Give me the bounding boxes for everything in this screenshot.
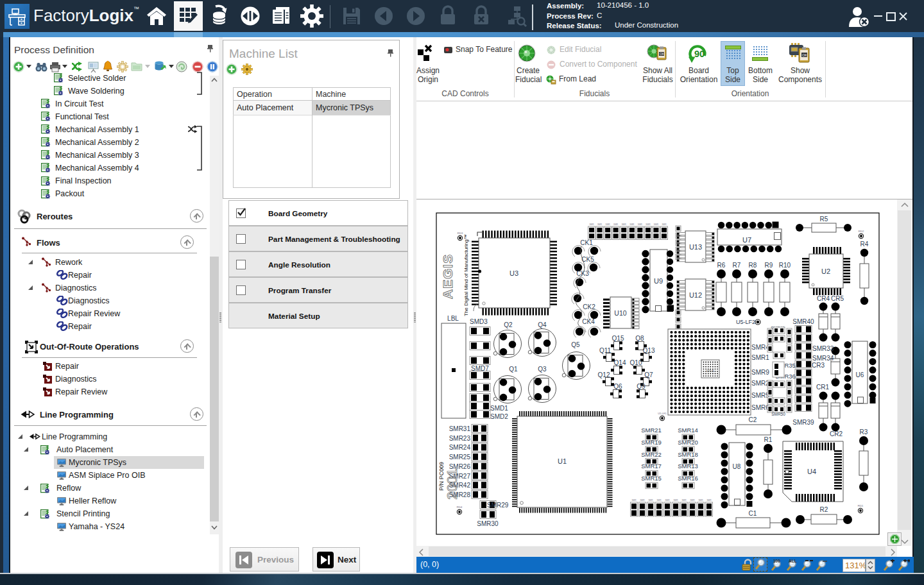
svg-text:SMR33: SMR33 (812, 345, 834, 352)
svg-text:SMR13: SMR13 (678, 462, 698, 470)
svg-text:SMD3: SMD3 (470, 318, 488, 325)
svg-text:Q13: Q13 (643, 347, 655, 354)
svg-text:SMR4: SMR4 (751, 344, 769, 351)
svg-text:SMR: SMR (690, 499, 695, 502)
svg-text:R5: R5 (820, 216, 828, 223)
svg-text:CR2: CR2 (830, 430, 843, 437)
svg-text:SMR5: SMR5 (751, 392, 769, 399)
svg-text:SMR2: SMR2 (751, 380, 769, 387)
svg-text:OK: OK (802, 53, 807, 57)
svg-text:SMR: SMR (613, 223, 619, 226)
svg-text:SMR: SMR (589, 223, 594, 226)
svg-text:R6: R6 (717, 262, 726, 269)
svg-text:SMD1: SMD1 (490, 405, 508, 412)
svg-text:SMR16: SMR16 (678, 475, 698, 482)
svg-text:SMR: SMR (706, 499, 712, 502)
svg-text:SMR23: SMR23 (449, 435, 471, 442)
svg-text:SMR: SMR (698, 499, 703, 502)
svg-text:R2: R2 (820, 506, 828, 513)
svg-text:SMR34: SMR34 (812, 355, 834, 362)
svg-text:SMR21: SMR21 (641, 427, 662, 434)
svg-text:C1: C1 (749, 510, 757, 517)
svg-text:Q14: Q14 (614, 359, 626, 366)
svg-text:SMR18: SMR18 (678, 451, 698, 458)
svg-text:SMR17: SMR17 (641, 462, 662, 470)
svg-text:U10: U10 (614, 309, 626, 317)
svg-text:FID4: FID4 (457, 505, 463, 509)
svg-text:U6: U6 (856, 371, 864, 378)
svg-text:U4: U4 (807, 468, 816, 475)
svg-text:FID3: FID3 (458, 232, 463, 235)
svg-text:CK4: CK4 (582, 318, 595, 325)
svg-text:Q7: Q7 (644, 371, 653, 378)
svg-text:R10: R10 (779, 262, 791, 269)
svg-text:AEGIS: AEGIS (440, 254, 455, 299)
svg-text:SMR: SMR (673, 499, 678, 502)
svg-text:U1A: U1A (706, 369, 714, 373)
svg-text:U2: U2 (821, 267, 830, 275)
svg-text:SMR6: SMR6 (751, 404, 769, 411)
svg-text:SMR25: SMR25 (449, 454, 471, 461)
svg-text:Q5: Q5 (571, 341, 580, 348)
svg-text:SMR40: SMR40 (792, 318, 814, 325)
svg-text:90: 90 (694, 49, 705, 59)
svg-text:CR4: CR4 (817, 295, 830, 302)
svg-text:CK2: CK2 (583, 303, 595, 310)
svg-text:CK3: CK3 (576, 270, 589, 277)
svg-text:SMR: SMR (681, 499, 687, 502)
svg-text:C2: C2 (749, 416, 757, 423)
svg-text:U8: U8 (733, 463, 741, 470)
svg-text:U9: U9 (654, 277, 663, 285)
svg-text:100: 100 (773, 559, 780, 563)
svg-text:SMR19: SMR19 (641, 439, 662, 446)
svg-text:SMD7: SMD7 (471, 365, 489, 372)
svg-text:SMR29: SMR29 (487, 502, 509, 509)
svg-text:SMR: SMR (606, 223, 611, 226)
svg-text:U1: U1 (558, 457, 567, 465)
svg-text:FID2: FID2 (859, 230, 864, 233)
svg-text:Q10: Q10 (630, 359, 642, 366)
svg-text:SMR15: SMR15 (641, 475, 662, 482)
svg-text:R7: R7 (733, 262, 741, 269)
svg-text:R3: R3 (860, 428, 868, 436)
svg-text:CK1: CK1 (580, 239, 593, 246)
svg-text:R1: R1 (764, 436, 773, 443)
svg-text:ALL: ALL (789, 559, 797, 563)
svg-text:SMR: SMR (665, 499, 670, 502)
svg-text:R8: R8 (749, 262, 757, 269)
svg-text:U3: U3 (509, 269, 518, 277)
svg-text:2001: 2001 (444, 468, 460, 500)
svg-text:SMR1: SMR1 (751, 354, 769, 361)
svg-text:CR1: CR1 (816, 384, 829, 391)
svg-text:U5-LF2: U5-LF2 (736, 319, 755, 325)
svg-text:R9: R9 (765, 262, 773, 269)
svg-text:SMR: SMR (622, 223, 627, 226)
svg-text:The Digital Mind of Manufactur: The Digital Mind of Manufacturing™ (463, 234, 469, 316)
svg-text:SMD2: SMD2 (490, 413, 508, 420)
svg-text:SMR20: SMR20 (678, 439, 698, 446)
svg-text:SMR24: SMR24 (449, 444, 471, 451)
svg-text:U13: U13 (689, 243, 702, 251)
svg-text:SMR: SMR (640, 499, 645, 502)
svg-text:Q8: Q8 (635, 335, 644, 342)
svg-text:Q12: Q12 (598, 371, 610, 378)
svg-text:SMR: SMR (654, 223, 659, 226)
svg-text:R4: R4 (860, 241, 869, 248)
svg-text:SMR: SMR (597, 223, 603, 226)
svg-text:CK5: CK5 (581, 256, 594, 263)
svg-text:Q15: Q15 (612, 335, 624, 342)
svg-text:SMR31: SMR31 (449, 425, 471, 432)
svg-text:Q4: Q4 (538, 321, 547, 328)
svg-text:FID1: FID1 (858, 504, 864, 507)
svg-text:SMR: SMR (631, 499, 637, 502)
svg-text:SMR: SMR (648, 499, 653, 502)
svg-text:CR3: CR3 (812, 362, 825, 369)
svg-text:SMR30: SMR30 (477, 520, 499, 527)
svg-text:U12: U12 (689, 291, 702, 299)
svg-text:SMR9: SMR9 (751, 369, 769, 376)
svg-text:Q6: Q6 (613, 383, 622, 390)
svg-text:U7: U7 (742, 236, 751, 244)
svg-text:Q9: Q9 (637, 383, 646, 390)
svg-text:CR5: CR5 (831, 295, 844, 302)
svg-text:SMR: SMR (662, 223, 667, 226)
